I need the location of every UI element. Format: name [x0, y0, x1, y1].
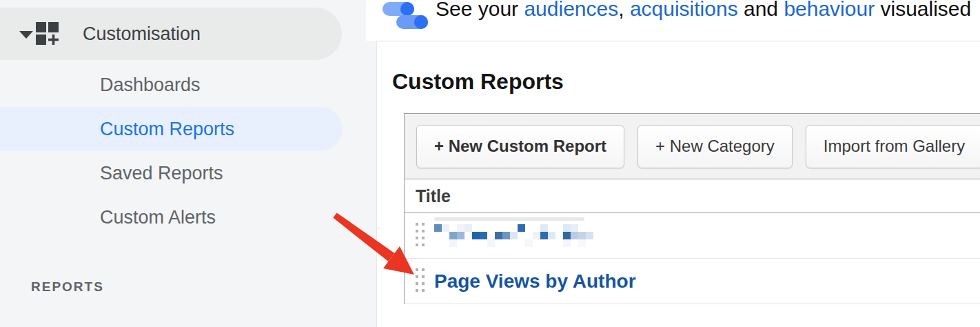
new-category-button[interactable]: + New Category	[637, 125, 793, 168]
audiences-link[interactable]: audiences	[524, 0, 618, 20]
table-toolbar: + New Custom Report + New Category Impor…	[405, 114, 980, 179]
redacted-title-mosaic	[434, 224, 593, 247]
intro-text: See your	[436, 0, 524, 20]
sidebar: Customisation Dashboards Custom Reports …	[0, 0, 376, 327]
intro-banner: See your audiences, acquisitions and beh…	[366, 0, 980, 41]
page-title: Custom Reports	[392, 69, 564, 94]
dashboard-customize-icon	[36, 22, 59, 48]
data-toggles-icon	[382, 2, 431, 30]
report-link-page-views-by-author[interactable]: Page Views by Author	[434, 270, 636, 293]
drag-handle-icon[interactable]	[416, 223, 425, 249]
sidebar-item-dashboards[interactable]: Dashboards	[0, 63, 343, 107]
import-from-gallery-button[interactable]: Import from Gallery	[806, 125, 980, 168]
sidebar-reports-heading: REPORTS	[31, 279, 104, 295]
table-row-redacted[interactable]	[405, 213, 980, 259]
table-row-page-views-by-author[interactable]: Page Views by Author	[405, 259, 980, 304]
chevron-down-icon[interactable]	[19, 31, 33, 39]
new-custom-report-button[interactable]: + New Custom Report	[416, 125, 624, 168]
intro-message: See your audiences, acquisitions and beh…	[436, 0, 971, 23]
drag-handle-icon[interactable]	[416, 268, 425, 295]
table-header-title: Title	[405, 179, 980, 213]
sidebar-item-saved-reports[interactable]: Saved Reports	[0, 151, 343, 195]
acquisitions-link[interactable]: acquisitions	[630, 0, 738, 20]
sidebar-section-customisation[interactable]: Customisation	[0, 8, 342, 60]
sidebar-item-custom-alerts[interactable]: Custom Alerts	[0, 195, 343, 239]
behaviour-link[interactable]: behaviour	[784, 0, 875, 20]
custom-reports-table: + New Custom Report + New Category Impor…	[404, 113, 980, 304]
custom-reports-panel: Custom Reports + New Custom Report + New…	[376, 41, 980, 327]
sidebar-section-label: Customisation	[83, 8, 201, 60]
sidebar-item-custom-reports[interactable]: Custom Reports	[0, 107, 343, 151]
